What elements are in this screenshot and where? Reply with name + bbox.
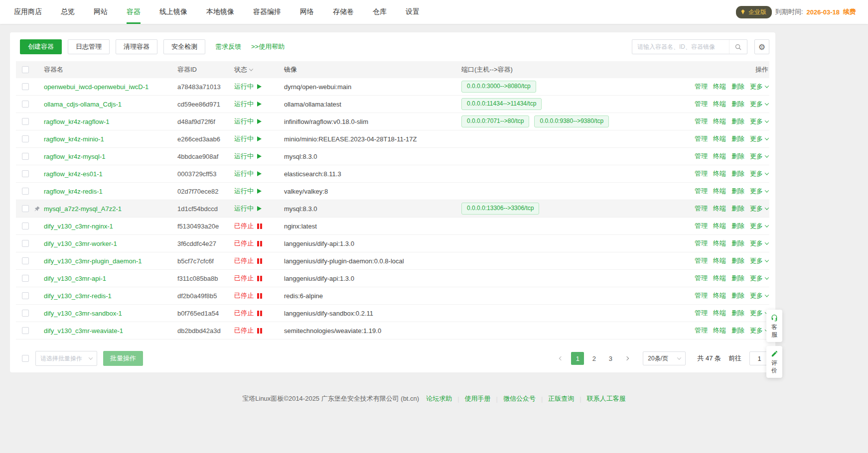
more-link[interactable]: 更多 (750, 256, 768, 265)
delete-link[interactable]: 删除 (731, 82, 744, 91)
more-link[interactable]: 更多 (750, 82, 768, 91)
settings-button[interactable]: ⚙ (754, 39, 769, 54)
page-button-3[interactable]: 3 (604, 352, 617, 365)
select-all-checkbox[interactable] (22, 66, 29, 73)
nav-item-website[interactable]: 网站 (94, 0, 108, 24)
log-manage-button[interactable]: 日志管理 (68, 39, 110, 54)
delete-link[interactable]: 删除 (731, 239, 744, 248)
more-link[interactable]: 更多 (750, 239, 768, 248)
container-name-link[interactable]: ragflow_kr4z-minio-1 (44, 135, 104, 143)
header-status-filter[interactable]: 状态 (234, 65, 284, 74)
terminal-link[interactable]: 终端 (713, 326, 726, 335)
manage-link[interactable]: 管理 (695, 309, 708, 318)
container-name-link[interactable]: dify_v130_c3mr-sandbox-1 (44, 310, 122, 317)
terminal-link[interactable]: 终端 (713, 100, 726, 109)
container-name-link[interactable]: dify_v130_c3mr-plugin_daemon-1 (44, 257, 142, 265)
feedback-link[interactable]: 需求反馈 (215, 42, 241, 51)
terminal-link[interactable]: 终端 (713, 343, 726, 344)
search-input[interactable] (632, 40, 729, 54)
manage-link[interactable]: 管理 (695, 169, 708, 178)
page-size-select[interactable]: 20条/页 (643, 351, 686, 365)
container-name-link[interactable]: ragflow_kr4z-mysql-1 (44, 153, 106, 160)
review-button[interactable]: 评价 (766, 346, 782, 378)
more-link[interactable]: 更多 (750, 152, 768, 161)
terminal-link[interactable]: 终端 (713, 274, 726, 283)
more-link[interactable]: 更多 (750, 187, 768, 196)
row-checkbox[interactable] (22, 257, 29, 264)
page-button-2[interactable]: 2 (587, 352, 600, 365)
manage-link[interactable]: 管理 (695, 256, 708, 265)
manage-link[interactable]: 管理 (695, 274, 708, 283)
terminal-link[interactable]: 终端 (713, 204, 726, 213)
terminal-link[interactable]: 终端 (713, 152, 726, 161)
row-checkbox[interactable] (22, 292, 29, 299)
terminal-link[interactable]: 终端 (713, 309, 726, 318)
row-checkbox[interactable] (22, 118, 29, 125)
nav-item-app-store[interactable]: 应用商店 (14, 0, 42, 24)
terminal-link[interactable]: 终端 (713, 134, 726, 143)
manage-link[interactable]: 管理 (695, 291, 708, 300)
pin-icon[interactable] (34, 206, 40, 212)
container-name-link[interactable]: dify_v130_c3mr-… (44, 344, 98, 345)
manage-link[interactable]: 管理 (695, 82, 708, 91)
manage-link[interactable]: 管理 (695, 239, 708, 248)
container-name-link[interactable]: ragflow_kr4z-es01-1 (44, 170, 103, 178)
delete-link[interactable]: 删除 (731, 169, 744, 178)
container-name-link[interactable]: mysql_a7z2-mysql_A7z2-1 (44, 205, 122, 213)
page-button-1[interactable]: 1 (571, 352, 584, 365)
nav-item-settings[interactable]: 设置 (406, 0, 420, 24)
container-name-link[interactable]: dify_v130_c3mr-weaviate-1 (44, 327, 123, 335)
row-checkbox[interactable] (22, 170, 29, 177)
more-link[interactable]: 更多 (750, 222, 768, 230)
next-page-button[interactable] (620, 352, 633, 365)
terminal-link[interactable]: 终端 (713, 82, 726, 91)
container-name-link[interactable]: openwebui_iwcd-openwebui_iwcD-1 (44, 83, 148, 91)
delete-link[interactable]: 删除 (731, 134, 744, 143)
manage-link[interactable]: 管理 (695, 326, 708, 335)
more-link[interactable]: 更多 (750, 117, 768, 126)
manage-link[interactable]: 管理 (695, 152, 708, 161)
terminal-link[interactable]: 终端 (713, 239, 726, 248)
delete-link[interactable]: 删除 (731, 343, 744, 344)
create-container-button[interactable]: 创建容器 (20, 39, 62, 54)
more-link[interactable]: 更多 (750, 100, 768, 109)
row-checkbox[interactable] (22, 135, 29, 142)
nav-item-compose[interactable]: 容器编排 (253, 0, 281, 24)
delete-link[interactable]: 删除 (731, 152, 744, 161)
delete-link[interactable]: 删除 (731, 222, 744, 230)
container-name-link[interactable]: dify_v130_c3mr-api-1 (44, 275, 106, 282)
container-name-link[interactable]: dify_v130_c3mr-nginx-1 (44, 223, 113, 230)
delete-link[interactable]: 删除 (731, 117, 744, 126)
row-checkbox[interactable] (22, 240, 29, 247)
delete-link[interactable]: 删除 (731, 187, 744, 196)
more-link[interactable]: 更多 (750, 343, 768, 344)
delete-link[interactable]: 删除 (731, 309, 744, 318)
help-link[interactable]: >>使用帮助 (251, 42, 285, 51)
row-checkbox[interactable] (22, 275, 29, 282)
more-link[interactable]: 更多 (750, 326, 768, 335)
more-link[interactable]: 更多 (750, 204, 768, 213)
container-name-link[interactable]: dify_v130_c3mr-worker-1 (44, 240, 117, 247)
footer-link-forum[interactable]: 论坛求助 (426, 394, 452, 403)
batch-select-all-checkbox[interactable] (22, 355, 29, 362)
delete-link[interactable]: 删除 (731, 100, 744, 109)
footer-link-wechat[interactable]: 微信公众号 (503, 394, 536, 403)
container-name-link[interactable]: ragflow_kr4z-redis-1 (44, 188, 103, 195)
manage-link[interactable]: 管理 (695, 134, 708, 143)
delete-link[interactable]: 删除 (731, 291, 744, 300)
security-check-button[interactable]: 安全检测 (163, 39, 205, 54)
manage-link[interactable]: 管理 (695, 100, 708, 109)
search-button[interactable] (729, 40, 747, 54)
batch-action-button[interactable]: 批量操作 (103, 351, 143, 366)
terminal-link[interactable]: 终端 (713, 169, 726, 178)
manage-link[interactable]: 管理 (695, 204, 708, 213)
terminal-link[interactable]: 终端 (713, 256, 726, 265)
row-checkbox[interactable] (22, 205, 29, 212)
row-checkbox[interactable] (22, 153, 29, 160)
terminal-link[interactable]: 终端 (713, 117, 726, 126)
container-name-link[interactable]: ragflow_kr4z-ragflow-1 (44, 118, 110, 125)
customer-service-button[interactable]: 客服 (766, 310, 782, 342)
more-link[interactable]: 更多 (750, 169, 768, 178)
footer-link-license-check[interactable]: 正版查询 (548, 394, 574, 403)
manage-link[interactable]: 管理 (695, 117, 708, 126)
